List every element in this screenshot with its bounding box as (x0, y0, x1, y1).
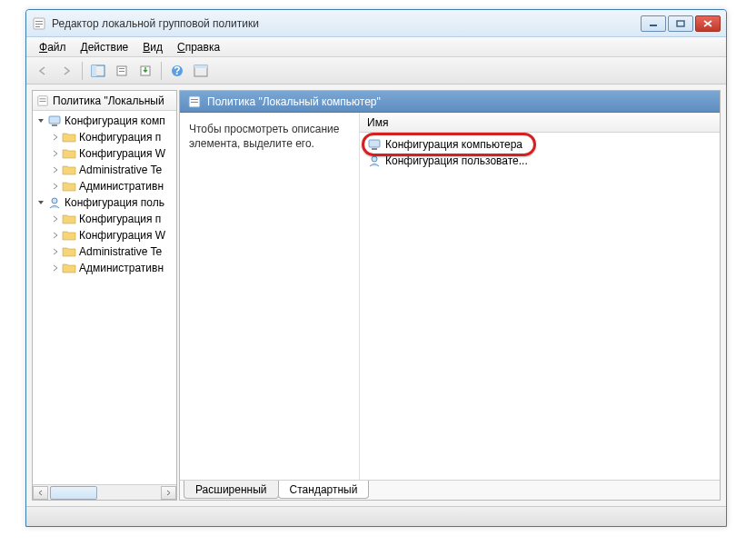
menu-action[interactable]: Действие (74, 39, 136, 55)
computer-icon (367, 138, 382, 151)
scroll-thumb[interactable] (50, 486, 97, 500)
expander-icon[interactable] (51, 165, 60, 174)
tree-header-label: Политика "Локальный (53, 94, 164, 107)
svg-rect-1 (35, 21, 43, 22)
tree-node-label: Конфигурация W (79, 229, 165, 242)
expander-icon[interactable] (51, 182, 60, 191)
svg-rect-19 (49, 116, 60, 124)
list-item-label: Конфигурация пользовате... (385, 154, 528, 167)
scroll-right-button[interactable] (161, 486, 176, 500)
tree-node[interactable]: Конфигурация п (33, 129, 176, 145)
user-icon (367, 154, 382, 167)
statusbar (26, 506, 726, 526)
folder-icon (62, 229, 76, 242)
expander-icon[interactable] (51, 149, 60, 158)
app-window: Редактор локальной групповой политики Фа… (25, 9, 727, 527)
tree-node[interactable]: Конфигурация п (33, 211, 176, 227)
export-button[interactable] (134, 61, 156, 81)
svg-rect-5 (677, 21, 684, 26)
svg-rect-17 (40, 98, 46, 99)
close-button[interactable] (695, 15, 721, 32)
expander-icon[interactable] (51, 214, 60, 223)
tree-node[interactable]: Административн (33, 260, 176, 276)
minimize-button[interactable] (641, 15, 666, 32)
tree-node-label: Административн (79, 262, 164, 274)
list-item-label: Конфигурация компьютера (385, 138, 522, 151)
expander-icon[interactable] (36, 116, 45, 125)
tree-node-label: Administrative Te (79, 164, 162, 176)
expander-icon[interactable] (51, 133, 60, 142)
tree-node-label: Конфигурация п (79, 131, 161, 144)
policy-icon (36, 94, 49, 107)
svg-rect-10 (119, 71, 124, 72)
folder-icon (62, 213, 76, 225)
scroll-track[interactable] (48, 486, 161, 500)
list-item[interactable]: Конфигурация компьютера (362, 136, 718, 153)
svg-rect-4 (650, 25, 657, 26)
tree-node[interactable]: Administrative Te (33, 243, 176, 260)
svg-rect-24 (191, 102, 198, 103)
titlebar: Редактор локальной групповой политики (26, 10, 726, 37)
tree-body: Конфигурация компКонфигурация пКонфигура… (33, 111, 176, 484)
folder-icon (62, 131, 76, 144)
toolbar: ? (26, 57, 726, 84)
column-header-name[interactable]: Имя (360, 113, 720, 133)
separator (161, 62, 162, 80)
help-button[interactable]: ? (166, 61, 188, 81)
tab-strip: Расширенный Стандартный (180, 480, 720, 500)
svg-rect-26 (372, 148, 377, 150)
tree-node-label: Administrative Te (79, 245, 162, 258)
show-tree-button[interactable] (87, 61, 109, 81)
properties-button[interactable] (111, 61, 133, 81)
menu-view[interactable]: Вид (135, 39, 170, 55)
description-column: Чтобы просмотреть описание элемента, выд… (180, 113, 360, 480)
tab-standard[interactable]: Стандартный (278, 481, 370, 499)
back-button[interactable] (32, 61, 54, 81)
tree-node-label: Конфигурация W (79, 147, 165, 160)
app-icon (32, 16, 46, 31)
detail-title: Политика "Локальный компьютер" (207, 95, 381, 108)
tree-node-label: Конфигурация п (79, 213, 161, 225)
separator (82, 62, 83, 80)
maximize-button[interactable] (668, 15, 693, 32)
detail-pane: Политика "Локальный компьютер" Чтобы про… (179, 90, 721, 501)
svg-text:?: ? (174, 65, 180, 77)
svg-rect-9 (119, 68, 124, 69)
folder-icon (62, 180, 76, 193)
tree-pane: Политика "Локальный Конфигурация компКон… (32, 90, 177, 501)
computer-icon (47, 114, 62, 127)
tab-extended[interactable]: Расширенный (184, 481, 279, 499)
content-area: Политика "Локальный Конфигурация компКон… (26, 84, 726, 506)
folder-icon (62, 147, 76, 160)
tree-node[interactable]: Административн (33, 178, 176, 194)
expander-icon[interactable] (36, 198, 45, 207)
list-column: Имя Конфигурация компьютераКонфигурация … (360, 113, 720, 480)
tree-node[interactable]: Конфигурация комп (33, 113, 176, 129)
svg-rect-23 (191, 99, 198, 100)
tree-node[interactable]: Конфигурация W (33, 145, 176, 162)
tree-node[interactable]: Конфигурация поль (33, 194, 176, 211)
tree-node[interactable]: Конфигурация W (33, 227, 176, 243)
svg-rect-7 (92, 65, 96, 76)
svg-rect-25 (369, 140, 380, 147)
menu-help[interactable]: Справка (170, 39, 227, 55)
svg-point-21 (52, 198, 57, 204)
forward-button[interactable] (55, 61, 77, 81)
expander-icon[interactable] (51, 263, 60, 273)
window-controls (641, 15, 721, 32)
list-item[interactable]: Конфигурация пользовате... (362, 153, 718, 169)
menu-file[interactable]: Файл (32, 39, 74, 55)
tree-node-label: Административн (79, 180, 164, 193)
tree-node[interactable]: Administrative Te (33, 162, 176, 178)
tree-header[interactable]: Политика "Локальный (33, 91, 176, 111)
description-text: Чтобы просмотреть описание элемента, выд… (189, 123, 339, 150)
folder-icon (62, 245, 76, 258)
expander-icon[interactable] (51, 247, 60, 256)
filter-button[interactable] (190, 61, 212, 81)
tree-hscroll (33, 484, 176, 500)
expander-icon[interactable] (51, 231, 60, 240)
svg-point-27 (372, 156, 377, 162)
scroll-left-button[interactable] (33, 486, 48, 500)
svg-rect-15 (194, 65, 207, 68)
detail-body: Чтобы просмотреть описание элемента, выд… (180, 113, 720, 480)
